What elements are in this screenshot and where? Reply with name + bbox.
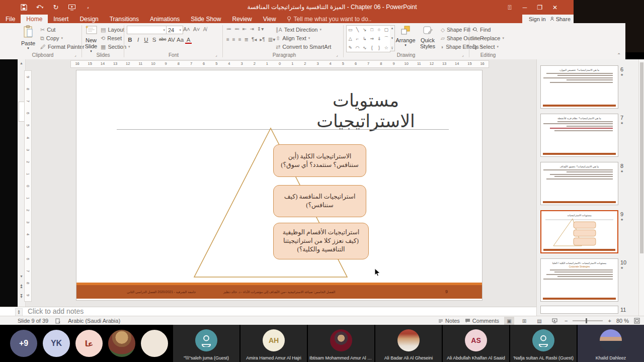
thumbnail-panel-scrollbar[interactable] <box>638 59 644 316</box>
paragraph-dialog-launcher[interactable]: ⌟ <box>336 53 338 57</box>
font-size-combobox[interactable]: 24▾ <box>166 26 183 34</box>
align-left-icon[interactable]: ≡ <box>226 37 229 42</box>
right-arrow-icon[interactable]: ⇒ <box>370 36 374 41</box>
participant-avatar--[interactable]: عا <box>75 330 103 357</box>
underline-icon[interactable]: U <box>143 37 149 44</box>
select-button[interactable]: Select▾ <box>473 43 499 51</box>
freeform-icon[interactable]: ✎ <box>348 45 352 50</box>
bold-icon[interactable]: B <box>127 37 133 44</box>
text-box-icon[interactable]: ▭ <box>348 27 353 32</box>
fit-slide-to-window-icon[interactable] <box>634 318 640 324</box>
arrange-dropdown-arrow[interactable]: ▾ <box>395 43 416 47</box>
increase-font-size-icon[interactable]: A˄ <box>183 26 190 32</box>
pyramid-level-box[interactable]: استراتيجيات المنافسة (كيف سننافس؟) <box>273 185 366 217</box>
line-arrow-icon[interactable]: ↘ <box>363 27 367 32</box>
justify-icon[interactable]: ≣ <box>245 37 249 42</box>
tab-transitions[interactable]: Transitions <box>104 15 144 23</box>
rtl-direction-icon[interactable]: ¶◂ <box>252 37 257 42</box>
columns-icon[interactable]: ▥▾ <box>268 37 275 42</box>
accessibility-check-icon[interactable] <box>55 318 61 324</box>
participant-avatar-overflow-count[interactable]: +9 <box>10 330 37 357</box>
text-direction-button[interactable]: ∥AText Direction▾ <box>276 26 321 34</box>
arc-icon[interactable]: ⌒ <box>384 35 388 42</box>
language-indicator[interactable]: Arabic (Saudi Arabia) <box>68 318 120 324</box>
reading-view-button[interactable]: ▤ <box>534 317 544 325</box>
section-button[interactable]: ▦Section▾ <box>101 43 130 51</box>
slide-thumbnail-11[interactable] <box>540 306 618 314</box>
slide-thumbnail-10[interactable]: مستويات الاستراتيجيات –الاستراتيجيات الك… <box>540 258 618 302</box>
sign-in-button[interactable]: Sign in <box>529 16 546 22</box>
participant-avatar-flowers[interactable] <box>141 330 168 357</box>
participant-tile-ali-badar-ali-al-gheseini[interactable]: Ali Badar Ali Al Gheseini <box>375 325 442 362</box>
save-icon[interactable] <box>19 3 28 12</box>
scroll-up-icon[interactable]: ▲ <box>18 59 25 66</box>
tab-file[interactable]: File <box>0 15 21 23</box>
tab-insert[interactable]: Insert <box>48 15 74 23</box>
new-slide-button[interactable]: New Slide ▾ <box>83 25 100 53</box>
reset-button[interactable]: ⟲Reset <box>101 34 122 42</box>
bullets-icon[interactable]: ≔ <box>226 26 231 32</box>
quick-styles-button[interactable]: Quick Styles <box>417 25 439 49</box>
left-brace-icon[interactable]: { <box>371 45 373 50</box>
arrange-button[interactable]: Arrange ▾ <box>395 25 416 47</box>
shape-gallery-scrollbar[interactable]: ▲▼⊽ <box>390 25 395 51</box>
comments-toggle[interactable]: Comments <box>465 318 499 324</box>
star-icon[interactable]: ☆ <box>384 45 388 50</box>
participant-tile-ibtisam-mohammed-amur-al-owaisi[interactable]: Ibtisam Mohammed Amur Al Owaisi <box>308 325 374 362</box>
start-slideshow-icon[interactable] <box>67 3 76 12</box>
line-spacing-icon[interactable]: ⇕▾ <box>257 26 264 32</box>
slide-thumbnail-8[interactable]: ما هي الاستراتيجيات؟ .تحقيق الأهداف <box>540 162 618 205</box>
restore-icon[interactable]: ❐ <box>536 4 544 11</box>
convert-to-smartart-button[interactable]: ⇄Convert to SmartArt <box>276 43 331 51</box>
tab-animations[interactable]: Animations <box>144 15 185 23</box>
participant-tile-saleh-juma-guest[interactable]: "\\\"saleh juma (Guest) <box>173 325 239 362</box>
align-text-button[interactable]: ⇳Align Text▾ <box>276 34 310 42</box>
elbow-arrow-connector-icon[interactable]: ↳ <box>363 36 367 41</box>
ribbon-display-options-icon[interactable]: ⍐ <box>506 4 514 11</box>
slide-thumbnail-6[interactable]: ما هي الاستراتيجيات؟ .تخصيص الموارد <box>540 65 618 109</box>
tab-slide-show[interactable]: Slide Show <box>185 15 226 23</box>
format-painter-button[interactable]: 🖉Format Painter <box>40 43 85 51</box>
zoom-slider-thumb[interactable] <box>586 318 587 323</box>
rounded-rectangle-icon[interactable]: ▢ <box>384 27 389 32</box>
ltr-direction-icon[interactable]: ▸¶ <box>260 37 265 42</box>
notes-toggle[interactable]: Notes <box>438 318 460 324</box>
customize-qat-icon[interactable]: ⸗ <box>84 3 93 12</box>
paste-button[interactable]: Paste ▾ <box>18 25 38 50</box>
undo-icon[interactable]: ↶▾ <box>35 3 44 12</box>
zoom-in-button[interactable]: + <box>608 318 611 324</box>
clear-formatting-icon[interactable]: A̸ <box>203 26 207 32</box>
strikethrough-icon[interactable]: abc <box>159 37 167 44</box>
close-icon[interactable]: ✕ <box>551 4 559 11</box>
redo-icon[interactable]: ↻ <box>51 3 60 12</box>
zoom-level[interactable]: 80 % <box>616 318 629 324</box>
notes-placeholder[interactable]: Click to add notes <box>28 307 84 316</box>
notes-scroll-buttons[interactable]: ▲▼ <box>15 308 23 316</box>
down-arrow-icon[interactable]: ⇓ <box>377 36 381 41</box>
curve-icon[interactable]: ◠ <box>356 45 360 50</box>
find-button[interactable]: Find <box>473 26 491 34</box>
slide-thumbnail-7[interactable]: ما هي الاستراتيجيات؟ .نظام فريد للأنشطة <box>540 114 618 157</box>
italic-icon[interactable]: I <box>135 37 141 44</box>
slide-canvas[interactable]: مستويات الاستراتيجيات الاستراتيجيات الكل… <box>76 70 482 300</box>
participant-tile-amira-hamed-amur-al-hajri[interactable]: AHAmira Hamed Amur Al Hajri <box>240 325 307 362</box>
slide-sorter-view-button[interactable]: ⊞ <box>519 317 529 325</box>
collapse-ribbon-icon[interactable]: ⌃ <box>617 52 621 58</box>
numbering-icon[interactable]: ≕ <box>234 26 239 32</box>
font-name-combobox[interactable]: ▾ <box>127 26 167 34</box>
decrease-indent-icon[interactable]: ⇤ <box>243 26 247 32</box>
participant-avatar-man-turban[interactable] <box>108 330 135 357</box>
cut-button[interactable]: ✂Cut <box>40 26 55 34</box>
change-case-icon[interactable]: Aa <box>177 37 184 44</box>
oval-icon[interactable]: ○ <box>378 27 380 32</box>
pyramid-level-box[interactable]: استراتيجيات الأقسام الوظيفية (كيف نعزز ك… <box>273 223 369 259</box>
thumbnail-scrollbar-thumb[interactable] <box>640 62 643 253</box>
participant-avatar-yk[interactable]: YK <box>43 330 70 357</box>
increase-indent-icon[interactable]: ⇥ <box>250 26 254 32</box>
right-brace-icon[interactable]: } <box>378 45 380 50</box>
participant-tile-khalid-dahleez[interactable]: Khalid Dahleez <box>578 325 644 362</box>
decrease-font-size-icon[interactable]: A˅ <box>193 26 200 32</box>
elbow-connector-icon[interactable]: ⌐ <box>356 36 359 41</box>
font-color-icon[interactable]: A <box>185 37 192 44</box>
zoom-slider[interactable] <box>573 320 603 321</box>
